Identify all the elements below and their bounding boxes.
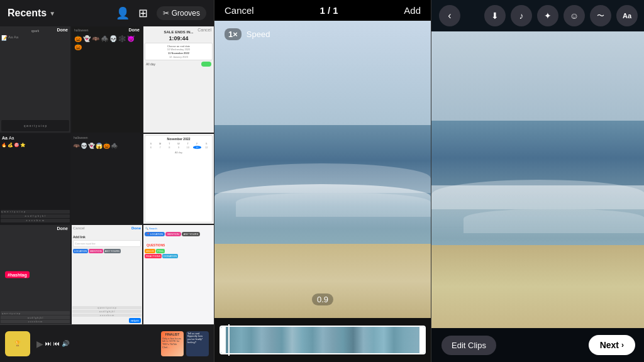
hashtag-label: #hashtag bbox=[5, 271, 30, 278]
add-button[interactable]: Add bbox=[404, 5, 421, 16]
editor-panel: Cancel 1 / 1 Add 1× Speed 0.9 bbox=[214, 0, 431, 362]
draw-icon: 〜 bbox=[597, 11, 604, 21]
done-badge-2: Done bbox=[129, 28, 140, 32]
story-sand-layer bbox=[431, 245, 644, 328]
story-bottom-bar: Edit Clips Next › bbox=[431, 328, 644, 362]
sale-date-info: Choose an end date 10 Wednesday 2020 11 … bbox=[147, 45, 211, 58]
music-icon: ♪ bbox=[519, 11, 524, 21]
editor-topbar: Cancel 1 / 1 Add bbox=[214, 0, 431, 21]
done-badge: Done bbox=[57, 28, 69, 32]
text-aa-icon: Aa bbox=[623, 12, 631, 19]
aa2-label: Aa bbox=[9, 136, 14, 140]
hashtag-chip2: #BLUO bbox=[145, 249, 155, 253]
anyyours-tag: ANY YOURS bbox=[104, 249, 121, 253]
mention-tag: MENTION bbox=[89, 249, 103, 253]
grid-cell-hashtag[interactable]: Done #hashtag q w e r t y u i o p a s d … bbox=[0, 225, 70, 324]
finalist-desc: Only a few hours left to VOTE for TED's … bbox=[161, 337, 184, 349]
scissors-icon: ✂ bbox=[163, 9, 169, 18]
done-badge-3: Done bbox=[57, 226, 69, 231]
recents-icon-group: 👤 ⊞ ✂ Grooves bbox=[116, 6, 206, 20]
addlink-title: Add link bbox=[73, 235, 141, 239]
cancel-badge-2: Cancel bbox=[73, 226, 85, 230]
recents-label: Recents bbox=[8, 8, 47, 19]
finalist-icon: 🏆 bbox=[14, 341, 21, 346]
back-button[interactable]: ‹ bbox=[439, 5, 460, 26]
donation-chip: DONATION bbox=[162, 254, 178, 258]
grid-cell-sale[interactable]: Cancel SALE ENDS IN... 1:09:44 Choose an… bbox=[143, 26, 214, 133]
rewind-icon[interactable]: ⏮ bbox=[53, 340, 60, 347]
grid-cell-addlink[interactable]: Cancel Done Add link Common input bar LO… bbox=[72, 225, 142, 324]
done-blue-badge: Done bbox=[131, 226, 141, 230]
story-tools-group: ⬇ ♪ ✦ ☺ 〜 Aa bbox=[484, 5, 638, 26]
next-label: Next bbox=[600, 340, 619, 350]
story-video-preview bbox=[431, 31, 644, 328]
recents-title[interactable]: Recents ▼ bbox=[8, 8, 55, 19]
download-icon: ⬇ bbox=[491, 11, 499, 21]
next-button[interactable]: Next › bbox=[589, 335, 635, 355]
timeline-strip[interactable] bbox=[219, 326, 426, 354]
music-button[interactable]: ♪ bbox=[511, 5, 532, 26]
draw-button[interactable]: 〜 bbox=[590, 5, 611, 26]
recents-chevron-icon: ▼ bbox=[49, 10, 55, 17]
grid-cell-story-editor[interactable]: Done qpark 📝 Aa Aa q w e r t y u i o p bbox=[0, 26, 70, 133]
sticker-button[interactable]: ☺ bbox=[564, 5, 585, 26]
grooves-label: Grooves bbox=[172, 9, 200, 18]
story-panel: ‹ ⬇ ♪ ✦ ☺ 〜 Aa bbox=[431, 0, 644, 362]
questions-sticker: QUESTIONS bbox=[145, 243, 167, 248]
mention-chip: MENTION bbox=[165, 232, 180, 236]
search-bar-placeholder[interactable]: 🔍 Search bbox=[143, 225, 214, 232]
edit-clips-button[interactable]: Edit Clips bbox=[441, 336, 496, 355]
cancel-badge: Cancel bbox=[197, 28, 211, 32]
bottom-thumbnail[interactable]: 🏆 bbox=[5, 331, 30, 356]
text-button[interactable]: Aa bbox=[616, 5, 638, 26]
grid-cell-halloween2[interactable]: halloween 🦇 💀 👻 😱 🎃 🕷️ bbox=[72, 134, 142, 223]
story-foam-2 bbox=[464, 209, 644, 233]
editor-timeline[interactable] bbox=[214, 318, 431, 362]
layout-icon[interactable]: ⊞ bbox=[138, 6, 148, 20]
aa-label: Aa bbox=[2, 136, 8, 140]
link-input-placeholder[interactable]: Common input bar bbox=[73, 240, 141, 247]
timeline-handle-right[interactable] bbox=[419, 327, 425, 353]
halloween-stickers: 🎃 👻 🦇 🕷️ 💀 🕸️ 😈 🎃 bbox=[72, 33, 142, 53]
clip-counter: 1 / 1 bbox=[319, 5, 338, 16]
sand-layer bbox=[214, 244, 431, 318]
speed-multiplier[interactable]: 1× bbox=[225, 28, 242, 40]
speed-text-label: Speed bbox=[247, 30, 270, 39]
return-btn[interactable]: return bbox=[129, 318, 141, 323]
poll-chip: POLL bbox=[156, 249, 165, 253]
cancel-button[interactable]: Cancel bbox=[225, 5, 254, 16]
editor-video-preview: 1× Speed 0.9 bbox=[214, 21, 431, 318]
effects-icon: ✦ bbox=[544, 11, 552, 21]
anyyours-chip: ANY YOURS bbox=[182, 232, 200, 236]
grooves-button[interactable]: ✂ Grooves bbox=[157, 6, 206, 20]
timeline-playhead[interactable] bbox=[228, 324, 230, 356]
grid-cell-halloween[interactable]: Done halloween 🎃 👻 🦇 🕷️ 💀 🕸️ 😈 🎃 bbox=[72, 26, 142, 133]
back-icon: ‹ bbox=[448, 10, 451, 21]
sale-timer: 1:09:44 bbox=[143, 35, 214, 41]
grid-cell-sale-calendar[interactable]: November 2022 S M T W T F S 6 7 8 9 10 1… bbox=[143, 134, 214, 223]
story-topbar: ‹ ⬇ ♪ ✦ ☺ 〜 Aa bbox=[431, 0, 644, 31]
person-icon[interactable]: 👤 bbox=[116, 6, 130, 20]
recents-header: Recents ▼ 👤 ⊞ ✂ Grooves bbox=[0, 0, 214, 26]
timeline-handle-left[interactable] bbox=[221, 327, 226, 353]
speed-indicator-group: 1× Speed bbox=[225, 28, 270, 40]
toggle-on[interactable] bbox=[201, 62, 211, 67]
grid-cell-location-tags[interactable]: 🔍 Search 📍 LOCATION MENTION ANY YOURS QU… bbox=[143, 225, 214, 324]
sticker-icon: ☺ bbox=[570, 11, 579, 21]
effects-button[interactable]: ✦ bbox=[537, 5, 558, 26]
reactions-chip: REACTIONS bbox=[145, 254, 162, 258]
wave-foam bbox=[214, 163, 431, 193]
volume-icon[interactable]: 🔊 bbox=[62, 340, 69, 347]
recents-grid: Done qpark 📝 Aa Aa q w e r t y u i o p D… bbox=[0, 26, 214, 324]
calendar-header: November 2022 bbox=[147, 137, 211, 141]
location-chip: 📍 LOCATION bbox=[145, 232, 165, 236]
play-icon: ▶ bbox=[36, 339, 43, 349]
wave-foam-2 bbox=[236, 193, 431, 217]
speed-value-display: 0.9 bbox=[312, 293, 333, 305]
grid-cell-keyboard-aa[interactable]: Aa Aa 🔥 💰 🎯 ⭐ q w e r t y u i o p a s d … bbox=[0, 134, 70, 223]
halloween2-label: halloween bbox=[72, 134, 142, 141]
forward-skip-icon[interactable]: ⏭ bbox=[45, 340, 52, 347]
ted-talk-text: Tell us and flippantly how you've finall… bbox=[186, 331, 209, 346]
download-button[interactable]: ⬇ bbox=[484, 5, 506, 26]
recents-panel: Recents ▼ 👤 ⊞ ✂ Grooves Done qpark 📝 Aa … bbox=[0, 0, 214, 362]
